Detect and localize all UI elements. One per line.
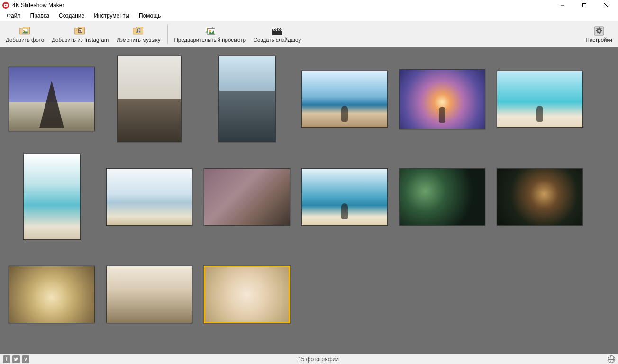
preview-icon [204,26,216,36]
add-instagram-label: Добавить из Instagram [52,37,109,43]
thumbnail-christmas-tree-2[interactable] [497,168,583,226]
svg-point-11 [81,29,82,30]
thumbnail-christmas-tree-1[interactable] [399,168,485,226]
close-button[interactable] [595,0,617,10]
svg-point-31 [598,30,600,32]
svg-rect-4 [583,4,586,7]
thumb-cell [3,148,100,246]
photo-workspace[interactable] [0,47,618,354]
globe-icon [608,355,615,363]
add-instagram-button[interactable]: Добавить из Instagram [48,21,112,47]
thumbnail-woman-on-chair[interactable] [117,56,182,142]
menu-tools[interactable]: Инструменты [89,10,134,21]
svg-point-13 [139,31,140,32]
thumbnail-city-skyline[interactable] [218,56,276,142]
settings-button[interactable]: Настройки [582,21,616,47]
thumb-cell [198,148,296,246]
thumbnail-woman-beach-walk[interactable] [301,71,388,128]
thumbnail-sunset-heart[interactable] [399,69,485,129]
thumb-cell [100,148,198,246]
toolbar: Добавить фото Добавить из Instagram [0,21,618,47]
thumb-cell [100,246,198,343]
change-music-label: Изменить музыку [116,37,160,43]
app-icon [2,1,9,9]
thumbnail-wedding-bouquet[interactable] [106,266,192,323]
app-window: 4K Slideshow Maker Файл Правка Создание … [0,0,618,364]
facebook-icon[interactable]: f [3,355,10,363]
thumb-cell [393,148,491,246]
svg-line-38 [600,28,601,29]
make-slideshow-label: Создать слайдшоу [254,37,301,43]
folder-instagram-icon [74,26,86,36]
thumb-cell [393,50,491,148]
thumb-cell [491,148,589,246]
folder-music-icon [132,26,145,36]
status-bar: f v 15 фотографии [0,354,618,364]
settings-icon [593,26,605,36]
status-count: 15 фотографии [29,356,608,363]
menu-bar: Файл Правка Создание Инструменты Помощь [0,10,618,21]
minimize-button[interactable] [552,0,573,10]
social-links: f v [3,355,29,363]
add-photo-button[interactable]: Добавить фото [2,21,48,47]
menu-edit[interactable]: Правка [26,10,55,21]
make-slideshow-button[interactable]: Создать слайдшоу [250,21,305,47]
thumbnail-gold-rings[interactable] [9,266,95,323]
svg-line-37 [600,33,601,34]
settings-label: Настройки [586,37,612,43]
thumb-cell [198,246,296,343]
thumbnail-woman-hat-beach[interactable] [301,168,388,226]
thumb-cell [100,50,198,148]
toolbar-separator [167,24,168,44]
thumb-cell [3,50,100,148]
svg-line-36 [597,28,598,29]
twitter-icon[interactable] [12,355,20,363]
thumbnail-lifeguard-tower[interactable] [106,168,192,226]
thumb-cell [198,50,296,148]
thumb-cell [491,50,589,148]
thumb-cell [3,246,100,343]
clapper-icon [271,26,283,36]
preview-button[interactable]: Предварительный просмотр [171,21,250,47]
thumbnail-turquoise-beach[interactable] [497,71,583,128]
title-bar: 4K Slideshow Maker [0,0,618,10]
thumbnail-woman-kneeling[interactable] [23,154,81,240]
thumbnail-eiffel-tower[interactable] [9,67,95,131]
window-title: 4K Slideshow Maker [12,2,64,9]
menu-file[interactable]: Файл [2,10,26,21]
thumbnail-family-kiss[interactable] [204,168,290,226]
menu-create[interactable]: Создание [54,10,89,21]
thumb-cell [296,50,393,148]
change-music-button[interactable]: Изменить музыку [112,21,164,47]
thumb-cell [296,148,393,246]
vimeo-icon[interactable]: v [22,355,29,363]
add-photo-label: Добавить фото [6,37,44,43]
svg-point-18 [209,30,211,32]
maximize-button[interactable] [573,0,595,10]
thumbnail-baby-on-blanket[interactable] [204,266,290,323]
language-button[interactable] [608,355,615,363]
folder-photo-icon [19,26,31,36]
menu-help[interactable]: Помощь [134,10,165,21]
preview-label: Предварительный просмотр [174,37,246,43]
svg-line-39 [597,33,598,34]
